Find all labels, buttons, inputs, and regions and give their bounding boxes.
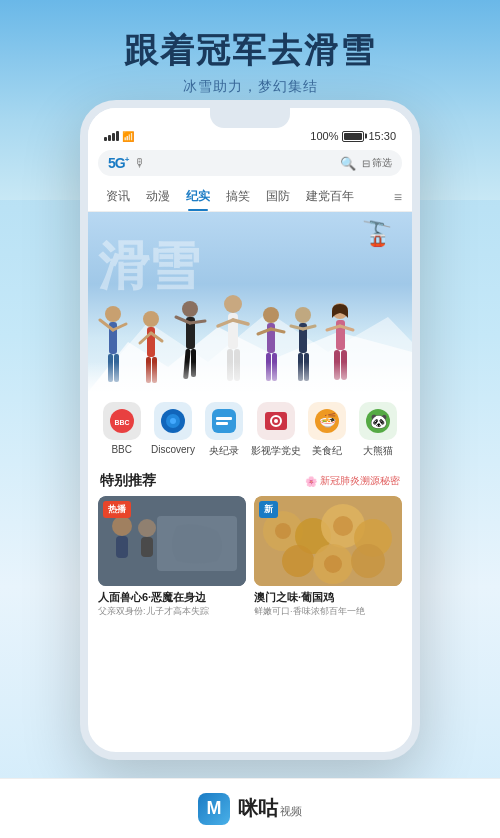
phone-mockup: 📶 100% 15:30 5G+ 🎙 🔍 ⊟ 筛选 资讯 动漫 纪实 搞笑 国防… [80,100,420,760]
category-row: BBC BBC Discovery [88,392,412,464]
card-1-thumb: 热播 [98,496,246,586]
svg-point-61 [112,516,132,536]
content-row: 热播 人面兽心6·恶魔在身边 父亲双身份:儿子才高本失踪 [88,496,412,628]
migo-logo-icon: M [198,793,230,825]
migo-logo-sub: 视频 [280,804,302,819]
tab-gaoxiao[interactable]: 搞笑 [218,182,258,211]
svg-point-75 [324,555,342,573]
migo-m-letter: M [207,798,222,819]
cat-discovery[interactable]: Discovery [147,402,198,458]
filter-label: 筛选 [372,156,392,170]
svg-rect-50 [216,417,232,420]
svg-point-2 [105,306,121,322]
yangji-icon-svg [210,407,238,435]
phone-notch [210,108,290,128]
cat-label-panda: 大熊猫 [363,444,393,458]
cat-bbc[interactable]: BBC BBC [96,402,147,458]
svg-text:BBC: BBC [114,419,129,426]
svg-point-72 [351,544,385,578]
mic-icon[interactable]: 🎙 [134,156,146,170]
content-card-1[interactable]: 热播 人面兽心6·恶魔在身边 父亲双身份:儿子才高本失踪 [98,496,246,618]
cat-label-bbc: BBC [111,444,132,455]
bbc-icon-svg: BBC [108,407,136,435]
svg-text:🍜: 🍜 [318,412,336,429]
section-notice: 🌸 新冠肺炎溯源秘密 [305,474,400,488]
card-1-desc: 父亲双身份:儿子才高本失踪 [98,606,246,618]
svg-rect-62 [116,536,128,558]
logo-5g: 5G+ [108,155,128,171]
yingshi-icon-svg [262,407,290,435]
time-display: 15:30 [368,130,396,142]
svg-point-20 [224,295,242,313]
cat-meishi[interactable]: 🍜 美食纪 [301,402,352,458]
cat-yangji[interactable]: 央纪录 [199,402,250,458]
cat-icon-discovery [154,402,192,440]
migo-logo-text-group: 咪咕 视频 [238,795,302,822]
bottom-bar: M 咪咕 视频 [0,778,500,838]
svg-point-32 [295,307,311,323]
notice-text: 新冠肺炎溯源秘密 [320,474,400,488]
cat-label-yingshi: 影视学党史 [251,444,301,458]
tab-jiandang[interactable]: 建党百年 [298,182,362,211]
card-1-title: 人面兽心6·恶魔在身边 [98,590,246,604]
svg-rect-39 [336,320,345,350]
svg-point-73 [275,523,291,539]
svg-point-74 [333,516,353,536]
hero-subtitle: 冰雪助力，梦幻集结 [0,78,500,96]
card-2-thumb: 新 [254,496,402,586]
status-right: 100% 15:30 [310,130,396,142]
cat-icon-meishi: 🍜 [308,402,346,440]
tab-dongman[interactable]: 动漫 [138,182,178,211]
svg-line-17 [190,321,205,323]
hero-title: 跟着冠军去滑雪 [0,28,500,74]
svg-point-26 [263,307,279,323]
cat-label-discovery: Discovery [151,444,195,455]
cat-yingshi[interactable]: 影视学党史 [250,402,301,458]
card-2-title: 澳门之味·葡国鸡 [254,590,402,604]
svg-point-63 [138,519,156,537]
svg-rect-9 [147,327,155,357]
content-card-2[interactable]: 新 澳门之味·葡国鸡 鲜嫩可口·香味浓郁百年一绝 [254,496,402,618]
search-icon[interactable]: 🔍 [340,156,356,171]
wifi-icon: 📶 [122,131,134,142]
meishi-icon-svg: 🍜 [313,407,341,435]
signal-bars [104,131,119,141]
migo-logo-name: 咪咕 [238,795,278,822]
cat-icon-bbc: BBC [103,402,141,440]
signal-area: 📶 [104,131,134,142]
svg-rect-64 [141,537,153,557]
svg-rect-49 [212,409,236,433]
battery-percent: 100% [310,130,338,142]
panda-icon-svg: 🐼 [364,407,392,435]
card-2-badge: 新 [259,501,278,518]
search-bar[interactable]: 5G+ 🎙 🔍 ⊟ 筛选 [98,150,402,176]
cat-label-meishi: 美食纪 [312,444,342,458]
banner-area: 滑雪 🚡 [88,212,412,392]
filter-button[interactable]: ⊟ 筛选 [362,156,392,170]
section-header: 特别推荐 🌸 新冠肺炎溯源秘密 [88,464,412,496]
svg-rect-27 [267,323,275,353]
tab-zixun[interactable]: 资讯 [98,182,138,211]
nav-tabs: 资讯 动漫 纪实 搞笑 国防 建党百年 ≡ [88,182,412,212]
battery-fill [344,133,362,140]
tab-jishi[interactable]: 纪实 [178,182,218,211]
section-title: 特别推荐 [100,472,156,490]
nav-more-icon[interactable]: ≡ [394,189,402,205]
cat-icon-yangji [205,402,243,440]
svg-point-48 [170,418,176,424]
card-2-desc: 鲜嫩可口·香味浓郁百年一绝 [254,606,402,618]
snow-ground [88,362,412,392]
discovery-icon-svg [159,407,187,435]
svg-point-54 [274,419,278,423]
logo-5g-sup: + [125,155,129,164]
cat-panda[interactable]: 🐼 大熊猫 [353,402,404,458]
card-1-badge: 热播 [103,501,131,518]
notice-icon: 🌸 [305,476,317,487]
battery-icon [342,131,364,142]
svg-point-8 [143,311,159,327]
svg-text:🐼: 🐼 [370,413,388,430]
svg-point-70 [282,545,314,577]
svg-rect-51 [216,422,228,425]
cat-icon-yingshi [257,402,295,440]
tab-guofang[interactable]: 国防 [258,182,298,211]
